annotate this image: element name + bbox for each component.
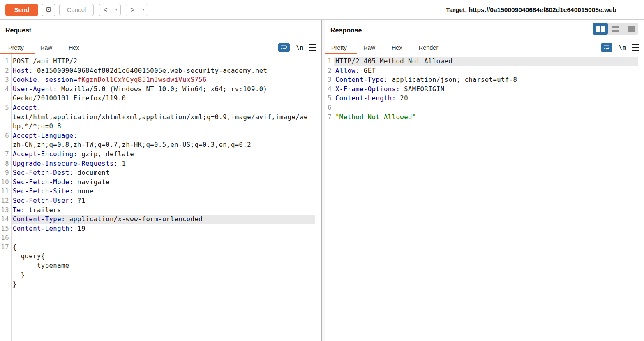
editor-line[interactable]: 1POST /api HTTP/2 <box>0 57 321 66</box>
line-text: { <box>11 243 315 252</box>
editor-line[interactable]: 5Accept: <box>0 103 321 113</box>
editor-line[interactable]: text/html,application/xhtml+xml,applicat… <box>0 113 321 122</box>
line-text: Content-Length: 19 <box>11 224 315 234</box>
request-panel: Request PrettyRawHex \n 1POST /api HTTP/… <box>0 20 321 341</box>
line-number: 2 <box>0 66 11 76</box>
panel-splitter[interactable] <box>321 20 325 341</box>
tab-pretty[interactable]: Pretty <box>8 44 24 51</box>
show-newlines-toggle[interactable]: \n <box>619 44 626 51</box>
editor-line[interactable]: 13Te: trailers <box>0 206 321 215</box>
editor-line[interactable]: 7"Method Not Allowed" <box>325 113 644 122</box>
layout-switcher <box>593 23 638 35</box>
line-text: Content-Length: 20 <box>334 94 638 103</box>
send-button[interactable]: Send <box>5 4 38 16</box>
hamburger-menu-icon[interactable] <box>632 44 639 51</box>
target-url: Target: https://0a150009040684ef802d1c64… <box>446 0 644 20</box>
show-newlines-toggle[interactable]: \n <box>296 44 303 51</box>
line-text: Sec-Fetch-User: ?1 <box>11 196 315 206</box>
line-text <box>334 103 638 113</box>
tab-raw[interactable]: Raw <box>40 44 52 51</box>
gear-icon: ⚙ <box>45 6 52 14</box>
editor-line[interactable]: 4User-Agent: Mozilla/5.0 (Windows NT 10.… <box>0 85 321 94</box>
editor-line[interactable]: 1HTTP/2 405 Method Not Allowed <box>325 57 644 66</box>
line-text <box>11 233 315 243</box>
editor-line[interactable]: 5Content-Length: 20 <box>325 94 644 103</box>
editor-line[interactable]: 2Host: 0a150009040684ef802d1c640015005e.… <box>0 66 321 76</box>
editor-line[interactable]: 14Content-Type: application/x-www-form-u… <box>0 215 321 224</box>
chevron-down-icon: ▼ <box>142 8 145 12</box>
line-number <box>0 271 11 280</box>
back-history-dropdown[interactable]: ▼ <box>112 4 120 16</box>
editor-line[interactable]: 3Cookie: session=fKgznDol1CxYCyq851mJwsd… <box>0 75 321 85</box>
line-number <box>0 94 11 103</box>
editor-line[interactable]: 10Sec-Fetch-Mode: navigate <box>0 178 321 187</box>
line-number: 1 <box>0 57 11 66</box>
line-text: X-Frame-Options: SAMEORIGIN <box>334 85 638 94</box>
response-panel-title: Response <box>330 27 362 34</box>
send-settings-button[interactable]: ⚙ <box>42 4 55 16</box>
line-text: Gecko/20100101 Firefox/119.0 <box>11 94 315 103</box>
hamburger-menu-icon[interactable] <box>309 44 316 51</box>
line-number: 2 <box>325 66 334 76</box>
line-number: 7 <box>325 113 334 122</box>
editor-line[interactable]: Gecko/20100101 Firefox/119.0 <box>0 94 321 103</box>
tab-raw[interactable]: Raw <box>363 44 375 51</box>
editor-line[interactable]: 2Allow: GET <box>325 66 644 76</box>
target-url-text: https://0a150009040684ef802d1c640015005e… <box>469 6 616 14</box>
line-number: 7 <box>0 150 11 159</box>
editor-line[interactable]: 8Upgrade-Insecure-Requests: 1 <box>0 159 321 169</box>
editor-line[interactable]: 11Sec-Fetch-Site: none <box>0 187 321 196</box>
editor-line[interactable]: 4X-Frame-Options: SAMEORIGIN <box>325 85 644 94</box>
request-panel-title: Request <box>5 27 31 34</box>
two-columns-layout-icon[interactable] <box>593 23 608 35</box>
editor-line[interactable]: 6Accept-Language: <box>0 131 321 141</box>
editor-line[interactable]: query{ <box>0 252 321 261</box>
editor-line[interactable]: 15Content-Length: 19 <box>0 224 321 234</box>
gutter-separator <box>334 54 334 341</box>
line-number: 5 <box>0 103 11 113</box>
line-number <box>0 113 11 122</box>
line-text: Accept: <box>11 103 315 113</box>
line-text: bp,*/*;q=0.8 <box>11 122 315 131</box>
editor-line[interactable]: 12Sec-Fetch-User: ?1 <box>0 196 321 206</box>
editor-line[interactable]: zh-CN,zh;q=0.8,zh-TW;q=0.7,zh-HK;q=0.5,e… <box>0 140 321 150</box>
editor-line[interactable]: 17{ <box>0 243 321 252</box>
editor-line[interactable]: } <box>0 271 321 280</box>
tab-hex[interactable]: Hex <box>69 44 79 51</box>
editor-line[interactable]: 3Content-Type: application/json; charset… <box>325 75 644 85</box>
editor-line[interactable]: 16 <box>0 233 321 243</box>
editor-line[interactable]: 9Sec-Fetch-Dest: document <box>0 168 321 178</box>
editor-line[interactable]: 6 <box>325 103 644 113</box>
line-text: "Method Not Allowed" <box>334 113 638 122</box>
soft-wrap-icon <box>280 44 288 51</box>
editor-line[interactable]: bp,*/*;q=0.8 <box>0 122 321 131</box>
gutter-separator <box>11 54 12 341</box>
cancel-button[interactable]: Cancel <box>59 4 94 16</box>
line-number: 4 <box>0 85 11 94</box>
forward-button[interactable]: > <box>126 4 139 16</box>
back-button-group: < ▼ <box>99 4 121 16</box>
line-text: HTTP/2 405 Method Not Allowed <box>334 57 638 66</box>
soft-wrap-toggle-button[interactable] <box>278 43 290 52</box>
two-rows-layout-icon[interactable] <box>608 23 623 35</box>
editor-line[interactable]: 7Accept-Encoding: gzip, deflate <box>0 150 321 159</box>
soft-wrap-toggle-button[interactable] <box>601 43 612 52</box>
line-text: Sec-Fetch-Site: none <box>11 187 315 196</box>
request-editor[interactable]: 1POST /api HTTP/22Host: 0a150009040684ef… <box>0 54 321 341</box>
line-text: Sec-Fetch-Mode: navigate <box>11 178 315 187</box>
line-number: 5 <box>325 94 334 103</box>
tab-hex[interactable]: Hex <box>392 44 402 51</box>
forward-history-dropdown[interactable]: ▼ <box>139 4 148 16</box>
tab-render[interactable]: Render <box>419 44 439 51</box>
line-number: 3 <box>325 75 334 85</box>
tab-pretty[interactable]: Pretty <box>331 44 347 51</box>
single-pane-layout-icon[interactable] <box>623 23 638 35</box>
line-number: 12 <box>0 196 11 206</box>
line-text: Accept-Encoding: gzip, deflate <box>11 150 315 159</box>
editor-line[interactable]: } <box>0 280 321 289</box>
line-text: Sec-Fetch-Dest: document <box>11 168 315 178</box>
target-label: Target: <box>446 6 467 14</box>
editor-line[interactable]: __typename <box>0 261 321 271</box>
back-button[interactable]: < <box>99 4 112 16</box>
response-editor[interactable]: 1HTTP/2 405 Method Not Allowed2Allow: GE… <box>325 54 644 341</box>
